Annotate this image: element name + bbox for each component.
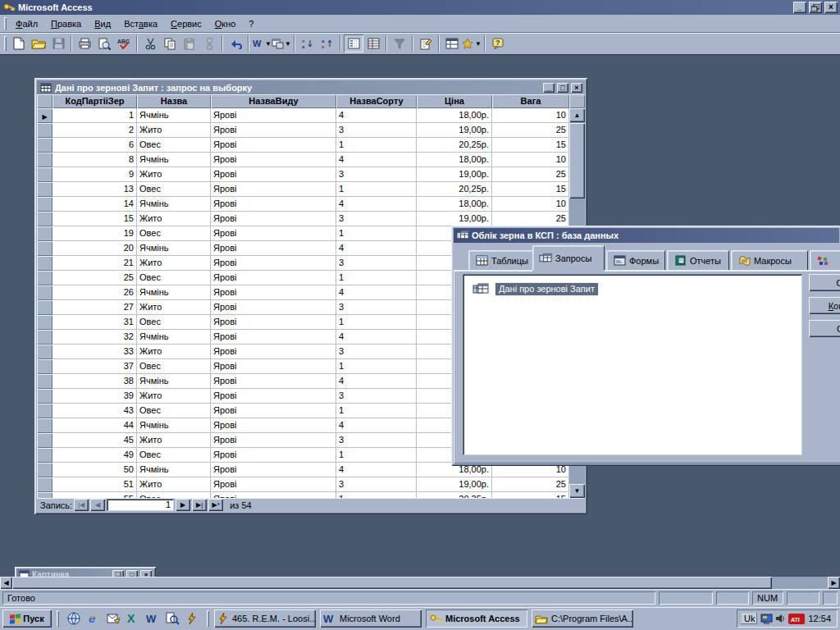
table-cell[interactable]: 1: [336, 315, 417, 330]
table-cell[interactable]: Ярові: [211, 167, 336, 182]
table-cell[interactable]: Ярові: [211, 123, 336, 138]
tab-модули[interactable]: [810, 250, 840, 270]
table-cell[interactable]: 1: [52, 108, 137, 123]
table-cell[interactable]: Овес: [137, 182, 211, 197]
table-cell[interactable]: 1: [336, 138, 417, 153]
print-icon[interactable]: [75, 34, 94, 52]
record-selector[interactable]: [37, 212, 52, 226]
column-header-КодПартііЗер[interactable]: КодПартііЗер: [52, 94, 137, 108]
table-cell[interactable]: 2: [52, 123, 137, 138]
table-cell[interactable]: Ячмінь: [137, 197, 211, 212]
column-header-Ціна[interactable]: Ціна: [417, 94, 492, 108]
table-cell[interactable]: Ярові: [211, 285, 336, 300]
query-close-button[interactable]: ×: [571, 83, 582, 93]
table-cell[interactable]: 19,00р.: [417, 477, 492, 492]
table-cell[interactable]: 45: [52, 433, 137, 448]
analyze-icon[interactable]: ▼: [272, 34, 291, 52]
table-cell[interactable]: 3: [336, 345, 417, 359]
record-selector[interactable]: [37, 433, 52, 448]
table-cell[interactable]: 10: [492, 108, 569, 123]
table-cell[interactable]: 4: [336, 153, 417, 167]
table-cell[interactable]: 43: [52, 404, 137, 418]
record-selector[interactable]: [37, 241, 52, 256]
table-cell[interactable]: 1: [336, 492, 417, 498]
volume-icon[interactable]: [775, 614, 786, 623]
table-cell[interactable]: 19,00р.: [417, 123, 492, 138]
record-selector[interactable]: [37, 448, 52, 463]
table-cell[interactable]: 55: [52, 492, 137, 498]
select-all-corner[interactable]: [37, 94, 52, 108]
query-minimize-button[interactable]: _: [543, 83, 555, 93]
table-cell[interactable]: Жито: [137, 123, 211, 138]
table-cell[interactable]: Ярові: [211, 389, 336, 404]
task-button-Microsoft Word[interactable]: WMicrosoft Word: [320, 609, 422, 628]
record-selector[interactable]: [37, 256, 52, 271]
table-cell[interactable]: Жито: [137, 477, 211, 492]
table-cell[interactable]: Ярові: [211, 330, 336, 345]
find-icon[interactable]: [164, 610, 180, 627]
datasheet-icon[interactable]: [363, 34, 383, 52]
table-cell[interactable]: 15: [492, 138, 569, 153]
table-cell[interactable]: 31: [52, 315, 137, 330]
next-record-button[interactable]: ▶: [176, 499, 190, 511]
table-cell[interactable]: Ярові: [211, 226, 336, 241]
copy-icon[interactable]: [160, 34, 180, 52]
menu-?[interactable]: ?: [242, 16, 260, 31]
table-cell[interactable]: 4: [336, 241, 417, 256]
close-button[interactable]: ×: [824, 2, 838, 13]
open-button[interactable]: Открыть: [809, 274, 840, 291]
database-window-icon[interactable]: [442, 34, 462, 52]
column-header-Вага[interactable]: Вага: [492, 94, 569, 108]
query-maximize-button[interactable]: □: [557, 83, 568, 93]
new-record-button[interactable]: ▶*: [208, 499, 223, 511]
office-links-icon[interactable]: W▼: [252, 34, 272, 52]
table-cell[interactable]: Жито: [137, 212, 211, 226]
excel-icon[interactable]: X: [125, 610, 141, 627]
record-selector[interactable]: [37, 418, 52, 433]
table-cell[interactable]: 18,00р.: [417, 197, 492, 212]
table-cell[interactable]: 25: [492, 477, 569, 492]
table-cell[interactable]: 6: [52, 138, 137, 153]
design-button[interactable]: Конструктор: [809, 297, 840, 314]
table-cell[interactable]: Овес: [137, 492, 211, 498]
record-selector[interactable]: [37, 138, 52, 153]
database-window-titlebar[interactable]: Облік зерна в КСП : база данных: [454, 228, 839, 243]
table-cell[interactable]: Ячмінь: [137, 108, 211, 123]
taskbar-grip[interactable]: [57, 610, 59, 627]
table-cell[interactable]: Ярові: [211, 315, 336, 330]
new-icon[interactable]: [9, 34, 29, 52]
new-button[interactable]: Создать: [809, 320, 840, 337]
task-button-C:\Program Files\A...[interactable]: C:\Program Files\A...: [532, 609, 633, 628]
column-header-НазваСорту[interactable]: НазваСорту: [336, 94, 417, 108]
table-cell[interactable]: 1: [336, 404, 417, 418]
table-cell[interactable]: 10: [492, 153, 569, 167]
table-cell[interactable]: 25: [492, 123, 569, 138]
object-list[interactable]: Дані про зернові Запит: [463, 274, 802, 455]
open-icon[interactable]: [29, 34, 48, 52]
table-cell[interactable]: 3: [336, 256, 417, 271]
table-cell[interactable]: Ячмінь: [137, 418, 211, 433]
internet-globe-icon[interactable]: [66, 610, 82, 627]
table-cell[interactable]: 3: [336, 477, 417, 492]
record-selector[interactable]: [37, 374, 52, 389]
table-cell[interactable]: Ярові: [211, 256, 336, 271]
menu-Сервис[interactable]: Сервис: [164, 16, 208, 31]
record-selector[interactable]: [37, 359, 52, 374]
record-selector[interactable]: [37, 226, 52, 241]
display-icon[interactable]: [760, 614, 773, 624]
table-cell[interactable]: 15: [492, 182, 569, 197]
query-window-titlebar[interactable]: Дані про зернові Запит : запрос на выбор…: [37, 80, 585, 94]
table-cell[interactable]: 38: [52, 374, 137, 389]
menu-Окно[interactable]: Окно: [208, 16, 243, 31]
table-cell[interactable]: 4: [336, 374, 417, 389]
table-cell[interactable]: 1: [336, 271, 417, 285]
hscrollbar-thumb[interactable]: [12, 577, 772, 589]
table-cell[interactable]: 4: [336, 418, 417, 433]
table-cell[interactable]: 39: [52, 389, 137, 404]
tab-Макросы[interactable]: Макросы: [731, 250, 808, 270]
table-cell[interactable]: 3: [336, 123, 417, 138]
table-cell[interactable]: 27: [52, 300, 137, 315]
table-cell[interactable]: Жито: [137, 300, 211, 315]
table-cell[interactable]: 33: [52, 345, 137, 359]
table-cell[interactable]: 10: [492, 197, 569, 212]
